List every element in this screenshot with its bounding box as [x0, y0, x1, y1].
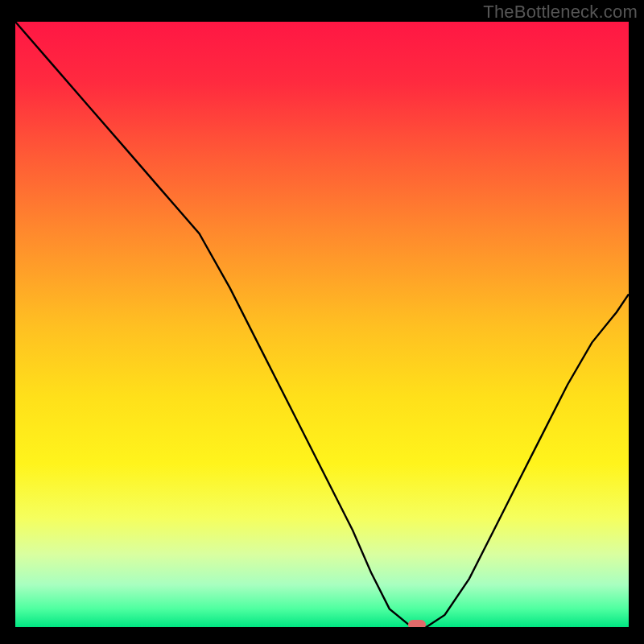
- watermark-text: TheBottleneck.com: [483, 2, 638, 23]
- optimal-marker: [408, 620, 426, 627]
- plot-area: [15, 22, 629, 627]
- chart-frame: TheBottleneck.com: [0, 0, 644, 644]
- plot-svg: [15, 22, 629, 627]
- severity-gradient-background: [15, 22, 629, 627]
